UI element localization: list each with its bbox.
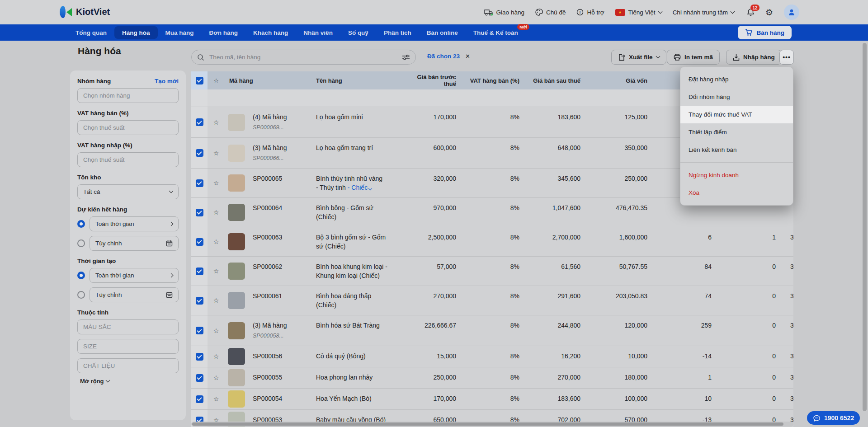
- row-checkbox[interactable]: [196, 374, 203, 382]
- language-selector[interactable]: ★ Tiếng Việt: [615, 9, 662, 16]
- table-row[interactable]: ☆SP000055Hoa phong lan nhảy250,0008%270,…: [191, 367, 793, 389]
- vietnam-flag-icon: ★: [615, 9, 625, 16]
- favorite-star-icon[interactable]: ☆: [208, 267, 225, 276]
- favorite-star-icon[interactable]: ☆: [208, 77, 225, 84]
- row-checkbox[interactable]: [196, 149, 203, 157]
- settings-button[interactable]: ⚙: [765, 8, 773, 17]
- user-avatar[interactable]: [784, 5, 799, 20]
- nav-tab[interactable]: Sổ quỹ: [340, 26, 376, 39]
- row-checkbox[interactable]: [196, 209, 203, 216]
- out-of-stock-custom-field[interactable]: Tùy chỉnh: [90, 236, 179, 251]
- support-link[interactable]: ! Hỗ trợ: [576, 9, 604, 16]
- radio-unselected[interactable]: [77, 239, 85, 247]
- favorite-star-icon[interactable]: ☆: [208, 208, 225, 217]
- attribute-input[interactable]: [77, 358, 179, 373]
- vat-purchase-input[interactable]: [77, 152, 179, 167]
- vertical-scrollbar-thumb[interactable]: [863, 43, 867, 411]
- row-checkbox[interactable]: [196, 179, 203, 187]
- table-row[interactable]: ☆SP000062Bình hoa khung kim loại - Khung…: [191, 257, 793, 286]
- nav-tab[interactable]: Phân tích: [376, 26, 419, 39]
- row-checkbox[interactable]: [196, 267, 203, 275]
- row-checkbox[interactable]: [196, 327, 203, 334]
- selected-count-label[interactable]: Đã chọn 23: [427, 53, 460, 60]
- theme-link[interactable]: Chủ đề: [535, 9, 566, 16]
- menu-item[interactable]: Thiết lập điểm: [680, 123, 793, 141]
- nav-tab[interactable]: Bán online: [419, 26, 466, 39]
- nav-tab[interactable]: Khách hàng: [245, 26, 296, 39]
- nav-tab[interactable]: Tổng quan: [68, 26, 114, 39]
- table-row[interactable]: ☆SP000056Cỏ đá quý (Bông)15,0008%16,2001…: [191, 346, 793, 367]
- menu-item[interactable]: Đổi nhóm hàng: [680, 88, 793, 106]
- import-goods-button[interactable]: Nhập hàng: [726, 50, 782, 65]
- radio-unselected[interactable]: [77, 291, 85, 299]
- menu-item-danger[interactable]: Ngừng kinh doanh: [680, 166, 793, 184]
- print-labels-button[interactable]: In tem mã: [667, 50, 720, 65]
- radio-selected[interactable]: [77, 220, 85, 228]
- more-actions-button[interactable]: •••: [779, 50, 794, 65]
- delivery-link[interactable]: Giao hàng: [484, 9, 524, 16]
- branch-label: Chi nhánh trung tâm: [673, 9, 728, 16]
- close-icon[interactable]: ✕: [465, 53, 470, 60]
- group-filter-input[interactable]: [77, 88, 179, 103]
- table-row[interactable]: ☆SP000063Bộ 3 bình gốm sứ - Gốm sứ (Chiế…: [191, 227, 793, 257]
- favorite-star-icon[interactable]: ☆: [208, 373, 225, 382]
- nav-tab[interactable]: Hàng hóa: [114, 26, 158, 39]
- nav-tab[interactable]: Nhân viên: [296, 26, 340, 39]
- col-vat[interactable]: VAT hàng bán (%): [456, 77, 519, 84]
- table-row[interactable]: ☆SP000061Bình hoa dáng thấp (Chiếc)270,0…: [191, 286, 793, 315]
- branch-selector[interactable]: Chi nhánh trung tâm: [673, 9, 734, 16]
- export-file-button[interactable]: Xuất file: [611, 50, 666, 65]
- col-name[interactable]: Tên hàng: [316, 77, 409, 84]
- col-price-before-tax[interactable]: Giá bán trước thuế: [409, 74, 456, 87]
- search-input[interactable]: [208, 53, 398, 61]
- expand-link[interactable]: Mở rộng: [80, 378, 179, 385]
- attribute-input[interactable]: [77, 339, 179, 354]
- favorite-star-icon[interactable]: ☆: [208, 326, 225, 335]
- option-label: Toàn thời gian: [95, 221, 134, 227]
- nav-tab[interactable]: Thuế & Kế toánMới: [466, 26, 526, 39]
- table-row[interactable]: ☆SP000054Hoa Yến Mạch (Bó)170,0008%183,6…: [191, 389, 793, 410]
- row-checkbox[interactable]: [196, 395, 203, 403]
- menu-item[interactable]: Liên kết kênh bán: [680, 141, 793, 159]
- out-of-stock-alltime-field[interactable]: Toàn thời gian: [90, 216, 179, 231]
- favorite-star-icon[interactable]: ☆: [208, 149, 225, 158]
- attribute-input[interactable]: [77, 319, 179, 334]
- kiotviet-logo[interactable]: KiotViet: [60, 6, 110, 18]
- ordered-qty[interactable]: 1: [712, 227, 776, 247]
- radio-selected[interactable]: [77, 272, 85, 279]
- created-custom-field[interactable]: Tùy chỉnh: [90, 287, 179, 302]
- hotline-chat-button[interactable]: 1900 6522: [807, 411, 860, 425]
- row-checkbox[interactable]: [196, 238, 203, 246]
- filter-sliders-icon[interactable]: [402, 54, 410, 61]
- col-price-after-tax[interactable]: Giá bán sau thuế: [519, 77, 580, 84]
- favorite-star-icon[interactable]: ☆: [208, 296, 225, 305]
- menu-item[interactable]: Thay đổi mức thuế VAT: [680, 106, 793, 123]
- favorite-star-icon[interactable]: ☆: [208, 118, 225, 127]
- nav-tab[interactable]: Đơn hàng: [202, 26, 246, 39]
- favorite-star-icon[interactable]: ☆: [208, 237, 225, 246]
- menu-item[interactable]: Đặt hàng nhập: [680, 70, 793, 88]
- created-alltime-field[interactable]: Toàn thời gian: [90, 268, 179, 283]
- horizontal-scrollbar-thumb[interactable]: [192, 422, 783, 426]
- sell-button[interactable]: Bán hàng: [738, 26, 792, 39]
- row-checkbox[interactable]: [196, 353, 203, 361]
- favorite-star-icon[interactable]: ☆: [208, 178, 225, 188]
- unit-link[interactable]: - Chiếc: [348, 184, 372, 191]
- favorite-star-icon[interactable]: ☆: [208, 394, 225, 404]
- col-cost[interactable]: Giá vốn: [580, 77, 647, 84]
- col-code[interactable]: Mã hàng: [225, 77, 316, 84]
- row-checkbox[interactable]: [196, 118, 203, 126]
- menu-item-danger[interactable]: Xóa: [680, 184, 793, 202]
- cost-price: 250,000: [580, 169, 647, 188]
- create-group-link[interactable]: Tạo mới: [155, 78, 179, 84]
- stock-filter-select[interactable]: Tất cả: [77, 184, 179, 199]
- favorite-star-icon[interactable]: ☆: [208, 352, 225, 361]
- row-checkbox[interactable]: [196, 297, 203, 305]
- product-code: SP000063: [253, 233, 316, 242]
- table-row[interactable]: ☆(3) Mã hàngSP000058...Bình hóa sứ Bát T…: [191, 315, 793, 346]
- nav-tab[interactable]: Mua hàng: [158, 26, 202, 39]
- vat-sale-input[interactable]: [77, 120, 179, 135]
- select-all-checkbox[interactable]: [196, 77, 203, 84]
- product-code: SP000065: [253, 174, 316, 183]
- notifications-button[interactable]: 12: [747, 8, 755, 16]
